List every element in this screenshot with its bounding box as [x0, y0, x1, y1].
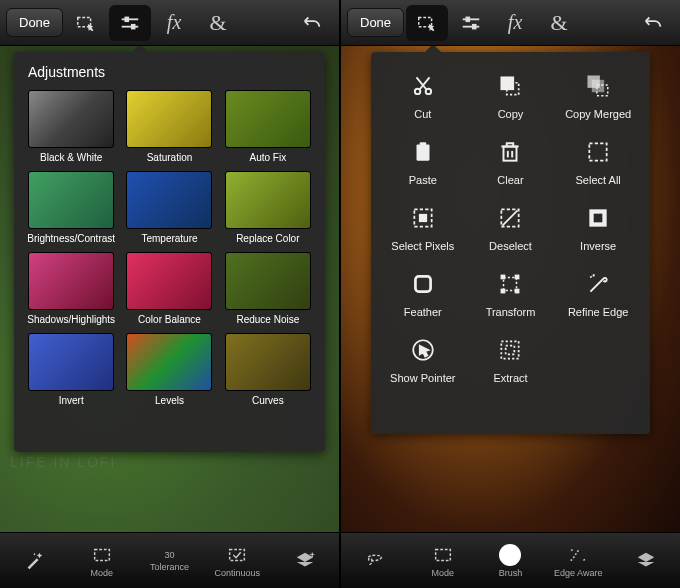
selection-tool-icon[interactable] [65, 5, 107, 41]
svg-rect-41 [435, 549, 450, 560]
selection-label: Deselect [489, 240, 532, 252]
svg-rect-33 [504, 278, 517, 291]
edge-aware-button[interactable]: Edge Aware [551, 544, 605, 578]
adjustment-thumb [225, 252, 311, 310]
selection-label: Select All [576, 174, 621, 186]
adjustment-levels[interactable]: Levels [124, 333, 214, 406]
svg-rect-27 [420, 215, 427, 222]
feather-icon [409, 270, 437, 298]
adjustment-thumb [126, 252, 212, 310]
selection-refine-edge[interactable]: Refine Edge [556, 264, 640, 324]
adjustment-temperature[interactable]: Temperature [124, 171, 214, 244]
mode-button[interactable]: Mode [75, 544, 129, 578]
screen-left: Done fx & LIFE IN LOFI Adjustments Black… [0, 0, 339, 588]
adjustment-thumb [225, 333, 311, 391]
copy-merged-icon [584, 72, 612, 100]
layers-button[interactable]: + [278, 550, 332, 572]
clear-icon [496, 138, 524, 166]
selection-inverse[interactable]: Inverse [556, 198, 640, 258]
adjustment-saturation[interactable]: Saturation [124, 90, 214, 163]
adjustment-label: Black & White [40, 152, 102, 163]
selection-label: Paste [409, 174, 437, 186]
cut-icon [409, 72, 437, 100]
done-button[interactable]: Done [347, 8, 404, 37]
adjustment-auto-fix[interactable]: Auto Fix [223, 90, 313, 163]
svg-rect-6 [230, 549, 245, 560]
ampersand-icon[interactable]: & [197, 5, 239, 41]
lasso-tool[interactable] [348, 550, 402, 572]
adjustment-thumb [126, 171, 212, 229]
adjustment-shadows-highlights[interactable]: Shadows/Highlights [26, 252, 116, 325]
selection-label: Clear [497, 174, 523, 186]
selection-label: Refine Edge [568, 306, 629, 318]
svg-rect-32 [415, 276, 430, 291]
selection-copy-merged[interactable]: Copy Merged [556, 66, 640, 126]
svg-text:+: + [310, 550, 315, 560]
transform-icon [496, 270, 524, 298]
adjustment-thumb [28, 252, 114, 310]
svg-rect-39 [502, 341, 519, 358]
undo-icon[interactable] [632, 5, 674, 41]
adjustment-black-white[interactable]: Black & White [26, 90, 116, 163]
adjustments-icon[interactable] [450, 5, 492, 41]
selection-transform[interactable]: Transform [469, 264, 553, 324]
selection-label: Feather [404, 306, 442, 318]
selection-extract[interactable]: Extract [469, 330, 553, 390]
select-all-icon [584, 138, 612, 166]
selection-feather[interactable]: Feather [381, 264, 465, 324]
adjustment-label: Replace Color [236, 233, 299, 244]
refine-edge-icon [584, 270, 612, 298]
svg-rect-18 [593, 81, 604, 92]
adjustment-thumb [28, 171, 114, 229]
selection-label: Inverse [580, 240, 616, 252]
undo-icon[interactable] [291, 5, 333, 41]
ampersand-icon[interactable]: & [538, 5, 580, 41]
mode-button[interactable]: Mode [416, 544, 470, 578]
adjustment-label: Shadows/Highlights [27, 314, 115, 325]
done-button[interactable]: Done [6, 8, 63, 37]
fx-icon[interactable]: fx [494, 5, 536, 41]
adjustment-color-balance[interactable]: Color Balance [124, 252, 214, 325]
adjustment-curves[interactable]: Curves [223, 333, 313, 406]
svg-rect-25 [589, 143, 606, 160]
adjustment-replace-color[interactable]: Replace Color [223, 171, 313, 244]
selection-show-pointer[interactable]: Show Pointer [381, 330, 465, 390]
tolerance-button[interactable]: 30Tolerance [142, 550, 196, 572]
adjustment-thumb [28, 90, 114, 148]
adjustment-brightness-contrast[interactable]: Brightness/Contrast [26, 171, 116, 244]
wand-tool[interactable] [7, 550, 61, 572]
adjustment-label: Saturation [147, 152, 193, 163]
svg-point-14 [426, 89, 431, 94]
svg-point-13 [415, 89, 420, 94]
selection-clear[interactable]: Clear [469, 132, 553, 192]
selection-tool-icon[interactable] [406, 5, 448, 41]
canvas: LIFE IN LOFI Adjustments Black & WhiteSa… [0, 46, 339, 532]
topbar: Done fx & [0, 0, 339, 46]
selection-paste[interactable]: Paste [381, 132, 465, 192]
continuous-button[interactable]: Continuous [210, 544, 264, 578]
adjustments-panel: Adjustments Black & WhiteSaturationAuto … [14, 52, 325, 452]
selection-label: Copy Merged [565, 108, 631, 120]
screen-right: Done fx & CutCopyCopy MergedPasteClearSe… [341, 0, 680, 588]
adjustment-label: Invert [59, 395, 84, 406]
selection-deselect[interactable]: Deselect [469, 198, 553, 258]
adjustments-icon[interactable] [109, 5, 151, 41]
extract-icon [496, 336, 524, 364]
svg-rect-35 [516, 275, 519, 278]
selection-copy[interactable]: Copy [469, 66, 553, 126]
adjustment-invert[interactable]: Invert [26, 333, 116, 406]
selection-select-pixels[interactable]: Select Pixels [381, 198, 465, 258]
selection-label: Transform [486, 306, 536, 318]
adjustment-label: Brightness/Contrast [27, 233, 115, 244]
svg-rect-12 [473, 24, 476, 28]
svg-rect-31 [594, 214, 603, 223]
adjustment-label: Auto Fix [249, 152, 286, 163]
fx-icon[interactable]: fx [153, 5, 195, 41]
adjustment-reduce-noise[interactable]: Reduce Noise [223, 252, 313, 325]
layers-button[interactable] [619, 550, 673, 572]
deselect-icon [496, 204, 524, 232]
brush-button[interactable]: Brush [483, 544, 537, 578]
selection-select-all[interactable]: Select All [556, 132, 640, 192]
selection-cut[interactable]: Cut [381, 66, 465, 126]
svg-rect-22 [504, 147, 517, 161]
